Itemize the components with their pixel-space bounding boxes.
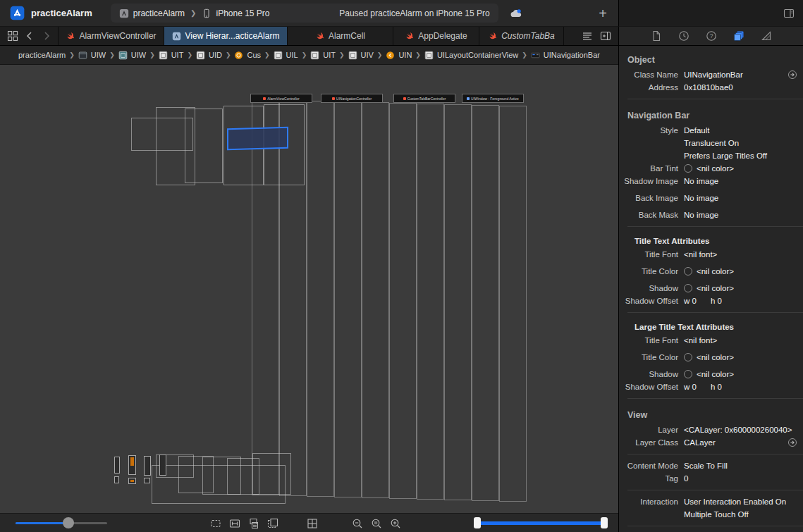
toolbar-main: practiceAlarm practiceAlarm ❯ iPhone 15 … [0,0,618,27]
vc-label[interactable]: UIWindow - Foreground Active [462,94,524,103]
wireframe-rect[interactable] [185,109,223,183]
slider-thumb[interactable] [63,517,74,528]
color-well-nil[interactable] [684,353,692,361]
scheme-project[interactable]: practiceAlarm [133,8,185,18]
view-thumbnail[interactable] [159,454,166,476]
selected-view-uinavigationbar[interactable] [227,127,288,150]
vc-label[interactable]: UINavigationController [321,94,383,103]
wireframe-rect[interactable] [389,103,417,499]
view-thumbnail[interactable] [144,456,151,476]
view-thumbnail[interactable] [144,478,150,483]
back-button-icon[interactable] [24,30,35,42]
view-frames-icon[interactable] [248,518,259,529]
row-value-text: <nil font> [684,250,717,259]
chevron-separator: ❯ [339,51,345,58]
row-value-text: <nil color> [697,370,734,378]
add-editor-icon[interactable] [600,30,611,42]
view-thumbnail[interactable] [114,457,120,474]
square-white-icon [348,51,357,60]
tab-view-hierar---acticealarm[interactable]: View Hierar...acticeAlarm [164,27,288,45]
vc-label-text: UIWindow - Foreground Active [471,97,519,101]
color-well-nil[interactable] [684,164,692,173]
breadcrumb-item-uiw[interactable]: UIW [78,51,106,60]
view-debugger-canvas[interactable]: AlarmViewControllerUINavigationControlle… [0,65,618,513]
wireframe-rect[interactable] [152,465,286,504]
breadcrumb-item-uil[interactable]: UIL [274,51,298,60]
view-thumbnail[interactable] [114,476,119,483]
thumbnail-content [130,480,134,482]
zoom-out-icon[interactable] [352,518,363,529]
square-white-icon [424,51,434,60]
breadcrumb-item-uit[interactable]: UIT [310,51,336,60]
wireframe-rect[interactable] [252,99,279,495]
breadcrumb-label: UILayoutContainerView [437,51,518,59]
breadcrumb-item-uilayoutcontainerview[interactable]: UILayoutContainerView [424,51,518,60]
square-teal-icon [118,51,128,60]
tab-label: AlarmCell [329,31,365,41]
constraints-icon[interactable] [229,518,240,529]
wireframe-rect[interactable] [499,106,527,502]
jump-to-definition-icon[interactable] [787,438,797,447]
wireframe-rect[interactable] [279,100,307,496]
toggle-inspector-icon[interactable] [783,8,795,19]
inspector-tab-help-icon[interactable]: ? [706,30,717,42]
range-handle-left[interactable] [474,517,481,528]
view-thumbnail[interactable] [128,478,136,484]
inspector-tab-hierarchy-icon[interactable] [733,30,744,42]
color-well-nil[interactable] [684,284,692,292]
wireframe-rect[interactable] [334,101,362,497]
tab-appdelegate[interactable]: AppDelegate [393,27,479,45]
breadcrumb-item-uiw[interactable]: UIW [118,51,146,60]
breadcrumb-item-uin[interactable]: UIN [386,51,412,60]
zoom-actual-icon[interactable] [371,518,382,529]
color-well-nil[interactable] [684,370,692,378]
inspector-tab-ruler-icon[interactable] [761,30,772,42]
cloud-status-icon[interactable] [508,7,524,20]
clipped-content-icon[interactable] [210,518,221,529]
jump-to-definition-icon[interactable] [787,70,797,80]
chevron-separator: ❯ [302,51,307,58]
breadcrumb-item-practicealarm[interactable]: practiceAlarm [6,51,66,60]
inspector-row: Address0x10810bae0 [619,81,803,94]
vc-label[interactable]: CustomTabBarController [393,94,455,103]
grid-icon[interactable] [307,518,318,529]
color-well-nil[interactable] [684,267,692,276]
wireframe-rect[interactable] [307,101,334,497]
editor-grid-icon[interactable] [7,30,18,42]
row-label: Style [619,126,684,135]
zoom-in-icon[interactable] [390,518,401,529]
row-divider [627,490,803,490]
forward-button-icon[interactable] [41,30,52,42]
breadcrumb-item-uid[interactable]: UID [196,51,222,60]
wireframe-rect[interactable] [417,104,444,500]
scheme-device[interactable]: iPhone 15 Pro [216,8,269,18]
inspector-tab-file-icon[interactable] [651,30,662,42]
row-label: Content Mode [619,462,684,470]
inspector-row: Shadow<nil color> [619,282,803,295]
scheme-selector[interactable]: practiceAlarm ❯ iPhone 15 Pro Paused pra… [111,4,498,23]
jump-bar: practiceAlarm❯UIW❯UIW❯UIT❯UID❯Cus❯UIL❯UI… [0,46,618,65]
inspector-tab-history-icon[interactable] [678,30,689,42]
tab-overview-icon[interactable] [582,30,593,42]
breadcrumb-item-cus[interactable]: Cus [234,51,261,60]
row-value-text: <nil color> [697,164,734,173]
breadcrumb-item-uiv[interactable]: UIV [348,51,374,60]
breadcrumb-item-uit[interactable]: UIT [159,51,184,60]
slider-fill [16,522,68,524]
view-thumbnail[interactable] [128,455,136,475]
visible-range-slider[interactable] [474,517,608,528]
wireframe-rect[interactable] [362,102,389,498]
tab-customtabba[interactable]: CustomTabBa [479,27,564,45]
tab-alarmviewcontroller[interactable]: AlarmViewController [59,27,164,45]
section-divider [627,99,803,99]
wireframe-rect[interactable] [472,105,499,501]
range-handle-right[interactable] [601,517,608,528]
tab-alarmcell[interactable]: AlarmCell [288,27,393,45]
stack-icon[interactable] [267,518,278,529]
add-button[interactable]: + [599,6,607,20]
row-value: <CALayer: 0x600000260040> [684,426,792,434]
vc-label[interactable]: AlarmViewController [250,94,312,103]
spacing-slider[interactable] [16,517,107,528]
breadcrumb-item-uinavigationbar[interactable]: UINavigationBar [531,51,600,60]
wireframe-rect[interactable] [444,104,472,500]
